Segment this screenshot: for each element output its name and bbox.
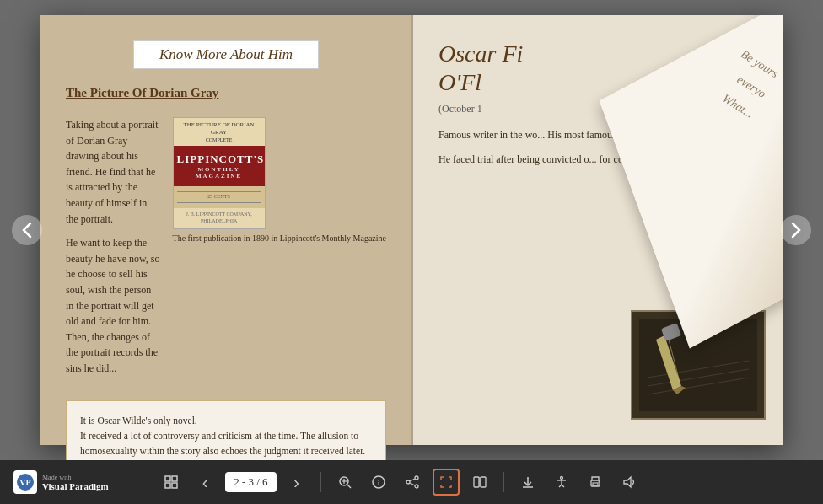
svg-line-22 xyxy=(347,485,351,488)
svg-line-41 xyxy=(562,485,564,487)
book-view-button[interactable] xyxy=(466,469,493,496)
brand-label: Visual Paradigm xyxy=(42,481,109,491)
paragraph1: Taking about a portrait of Dorian Gray d… xyxy=(66,117,161,227)
svg-rect-19 xyxy=(165,483,170,488)
book-cover-image: THE PICTURE OF DORIAN GRAY COMPLETE LIPP… xyxy=(173,117,266,229)
book-cover-red: LIPPINCOTT'S MONTHLY MAGAZINE xyxy=(174,146,265,186)
paragraph2: He want to keep the beauty he have now, … xyxy=(66,235,161,376)
book-spread: Know More About Him The Picture Of Doria… xyxy=(40,15,783,445)
svg-line-30 xyxy=(410,479,415,481)
book-cover-container: THE PICTURE OF DORIAN GRAY COMPLETE LIPP… xyxy=(173,117,386,244)
prev-page-arrow[interactable] xyxy=(12,215,42,245)
svg-rect-20 xyxy=(172,483,177,488)
toolbar: VP Made with Visual Paradigm ‹ 2 - 3 / 6… xyxy=(0,460,823,504)
writing-image xyxy=(631,310,766,420)
toolbar-center: ‹ 2 - 3 / 6 › i xyxy=(158,469,642,496)
page-header-banner: Know More About Him xyxy=(133,40,319,69)
next-page-arrow[interactable] xyxy=(781,215,811,245)
made-with-label: Made with xyxy=(42,474,109,481)
svg-rect-7 xyxy=(639,319,757,411)
quote-box: It is Oscar Wilde's only novel.It receiv… xyxy=(66,400,386,461)
svg-line-31 xyxy=(410,483,415,485)
info-button[interactable]: i xyxy=(365,469,392,496)
vp-logo: VP Made with Visual Paradigm xyxy=(13,470,109,494)
separator1 xyxy=(320,472,321,492)
target-icon xyxy=(708,39,759,89)
svg-rect-18 xyxy=(172,476,177,481)
next-button[interactable]: › xyxy=(283,469,310,496)
svg-rect-32 xyxy=(474,477,479,487)
page-indicator[interactable]: 2 - 3 / 6 xyxy=(225,472,276,492)
viewer-area: Know More About Him The Picture Of Doria… xyxy=(0,0,823,460)
vp-logo-icon: VP xyxy=(13,470,37,494)
author-birth: (October 1 xyxy=(438,103,757,115)
right-page: Oscar Fi O'Fl (October 1 Famous writer i… xyxy=(412,15,783,445)
book-cover-mid: 25 CENTS xyxy=(174,186,265,208)
left-page: Know More About Him The Picture Of Doria… xyxy=(40,15,412,445)
left-content-row: Taking about a portrait of Dorian Gray d… xyxy=(66,117,386,385)
fullscreen-button[interactable] xyxy=(433,469,460,496)
book-cover-bottom: J. B. LIPPINCOTT COMPANY, PHILADELPHIA xyxy=(174,208,265,228)
author-desc1: Famous writer in the wo... His most famo… xyxy=(438,127,757,143)
svg-point-37 xyxy=(560,477,562,480)
download-button[interactable] xyxy=(514,469,541,496)
vp-logo-text: Made with Visual Paradigm xyxy=(42,474,109,491)
svg-point-28 xyxy=(406,480,410,484)
svg-rect-33 xyxy=(481,477,486,487)
svg-point-2 xyxy=(727,57,740,71)
book-cover-top: THE PICTURE OF DORIAN GRAY COMPLETE xyxy=(174,118,265,146)
pen-illustration xyxy=(639,319,757,411)
svg-point-29 xyxy=(415,485,418,488)
accessibility-button[interactable] xyxy=(548,469,575,496)
svg-marker-45 xyxy=(624,477,631,487)
book-caption: The first publication in 1890 in Lippinc… xyxy=(173,233,386,244)
author-desc2: He faced trial after being convicted o..… xyxy=(438,152,757,168)
zoom-button[interactable] xyxy=(331,469,358,496)
svg-point-27 xyxy=(415,476,418,480)
grid-view-button[interactable] xyxy=(158,469,185,496)
svg-point-44 xyxy=(598,481,600,483)
svg-rect-17 xyxy=(165,476,170,481)
quote-text: It is Oscar Wilde's only novel.It receiv… xyxy=(80,416,365,457)
prev-button[interactable]: ‹ xyxy=(191,469,218,496)
svg-rect-43 xyxy=(593,483,598,485)
left-text-block: Taking about a portrait of Dorian Gray d… xyxy=(66,117,161,385)
print-button[interactable] xyxy=(582,469,609,496)
svg-text:VP: VP xyxy=(19,478,30,487)
sound-button[interactable] xyxy=(616,469,643,496)
separator2 xyxy=(503,472,504,492)
share-button[interactable] xyxy=(399,469,426,496)
book-title[interactable]: The Picture Of Dorian Gray xyxy=(66,86,386,100)
toolbar-left: VP Made with Visual Paradigm xyxy=(13,470,109,494)
svg-text:i: i xyxy=(377,479,379,487)
